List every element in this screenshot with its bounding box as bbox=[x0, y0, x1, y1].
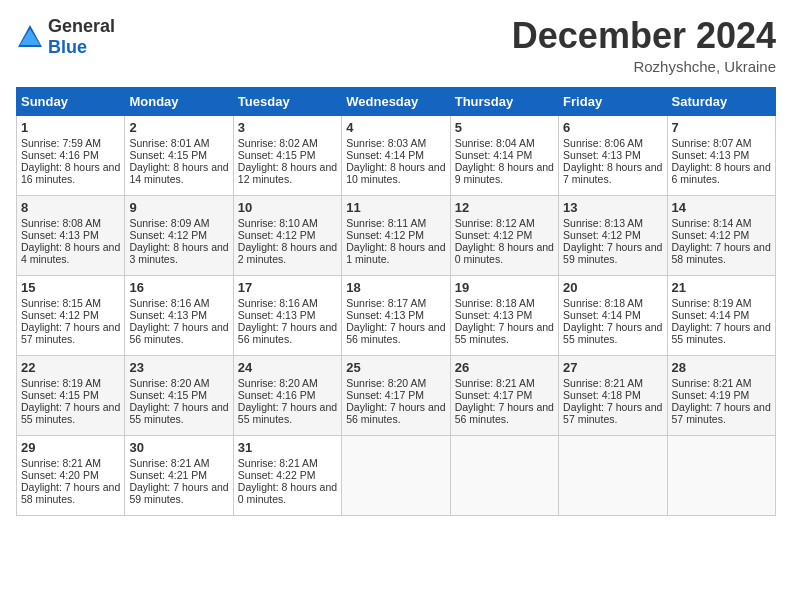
sunset-text: Sunset: 4:12 PM bbox=[129, 229, 207, 241]
sunrise-text: Sunrise: 8:12 AM bbox=[455, 217, 535, 229]
day-number: 29 bbox=[21, 440, 120, 455]
day-number: 27 bbox=[563, 360, 662, 375]
daylight-text: Daylight: 7 hours and 55 minutes. bbox=[672, 321, 771, 345]
calendar-cell: 14Sunrise: 8:14 AMSunset: 4:12 PMDayligh… bbox=[667, 195, 775, 275]
day-number: 5 bbox=[455, 120, 554, 135]
sunrise-text: Sunrise: 8:16 AM bbox=[129, 297, 209, 309]
calendar-week-row: 29Sunrise: 8:21 AMSunset: 4:20 PMDayligh… bbox=[17, 435, 776, 515]
header-thursday: Thursday bbox=[450, 87, 558, 115]
daylight-text: Daylight: 8 hours and 10 minutes. bbox=[346, 161, 445, 185]
sunrise-text: Sunrise: 8:21 AM bbox=[672, 377, 752, 389]
sunset-text: Sunset: 4:12 PM bbox=[455, 229, 533, 241]
day-number: 21 bbox=[672, 280, 771, 295]
sunset-text: Sunset: 4:12 PM bbox=[672, 229, 750, 241]
calendar-week-row: 8Sunrise: 8:08 AMSunset: 4:13 PMDaylight… bbox=[17, 195, 776, 275]
sunset-text: Sunset: 4:14 PM bbox=[672, 309, 750, 321]
sunset-text: Sunset: 4:13 PM bbox=[238, 309, 316, 321]
sunset-text: Sunset: 4:15 PM bbox=[21, 389, 99, 401]
day-number: 6 bbox=[563, 120, 662, 135]
sunset-text: Sunset: 4:12 PM bbox=[563, 229, 641, 241]
sunset-text: Sunset: 4:14 PM bbox=[455, 149, 533, 161]
day-number: 22 bbox=[21, 360, 120, 375]
sunrise-text: Sunrise: 8:11 AM bbox=[346, 217, 426, 229]
calendar-cell: 6Sunrise: 8:06 AMSunset: 4:13 PMDaylight… bbox=[559, 115, 667, 195]
sunrise-text: Sunrise: 8:19 AM bbox=[21, 377, 101, 389]
title-area: December 2024 Rozhyshche, Ukraine bbox=[512, 16, 776, 75]
day-number: 11 bbox=[346, 200, 445, 215]
sunset-text: Sunset: 4:14 PM bbox=[563, 309, 641, 321]
calendar-cell: 31Sunrise: 8:21 AMSunset: 4:22 PMDayligh… bbox=[233, 435, 341, 515]
calendar-cell: 7Sunrise: 8:07 AMSunset: 4:13 PMDaylight… bbox=[667, 115, 775, 195]
daylight-text: Daylight: 8 hours and 7 minutes. bbox=[563, 161, 662, 185]
daylight-text: Daylight: 8 hours and 0 minutes. bbox=[455, 241, 554, 265]
calendar-cell: 5Sunrise: 8:04 AMSunset: 4:14 PMDaylight… bbox=[450, 115, 558, 195]
sunset-text: Sunset: 4:12 PM bbox=[346, 229, 424, 241]
calendar-cell: 15Sunrise: 8:15 AMSunset: 4:12 PMDayligh… bbox=[17, 275, 125, 355]
sunrise-text: Sunrise: 8:18 AM bbox=[455, 297, 535, 309]
day-number: 8 bbox=[21, 200, 120, 215]
day-number: 25 bbox=[346, 360, 445, 375]
day-number: 2 bbox=[129, 120, 228, 135]
sunrise-text: Sunrise: 7:59 AM bbox=[21, 137, 101, 149]
sunset-text: Sunset: 4:13 PM bbox=[455, 309, 533, 321]
day-number: 9 bbox=[129, 200, 228, 215]
sunset-text: Sunset: 4:18 PM bbox=[563, 389, 641, 401]
sunrise-text: Sunrise: 8:20 AM bbox=[346, 377, 426, 389]
calendar-cell: 25Sunrise: 8:20 AMSunset: 4:17 PMDayligh… bbox=[342, 355, 450, 435]
calendar-cell: 12Sunrise: 8:12 AMSunset: 4:12 PMDayligh… bbox=[450, 195, 558, 275]
calendar-cell: 11Sunrise: 8:11 AMSunset: 4:12 PMDayligh… bbox=[342, 195, 450, 275]
day-number: 1 bbox=[21, 120, 120, 135]
day-number: 13 bbox=[563, 200, 662, 215]
calendar-cell: 4Sunrise: 8:03 AMSunset: 4:14 PMDaylight… bbox=[342, 115, 450, 195]
calendar-cell bbox=[450, 435, 558, 515]
calendar-cell: 19Sunrise: 8:18 AMSunset: 4:13 PMDayligh… bbox=[450, 275, 558, 355]
calendar-cell bbox=[559, 435, 667, 515]
day-number: 26 bbox=[455, 360, 554, 375]
calendar-table: Sunday Monday Tuesday Wednesday Thursday… bbox=[16, 87, 776, 516]
calendar-cell: 17Sunrise: 8:16 AMSunset: 4:13 PMDayligh… bbox=[233, 275, 341, 355]
daylight-text: Daylight: 7 hours and 57 minutes. bbox=[672, 401, 771, 425]
daylight-text: Daylight: 7 hours and 56 minutes. bbox=[346, 401, 445, 425]
sunset-text: Sunset: 4:13 PM bbox=[346, 309, 424, 321]
sunset-text: Sunset: 4:16 PM bbox=[21, 149, 99, 161]
weekday-header-row: Sunday Monday Tuesday Wednesday Thursday… bbox=[17, 87, 776, 115]
sunrise-text: Sunrise: 8:17 AM bbox=[346, 297, 426, 309]
daylight-text: Daylight: 7 hours and 56 minutes. bbox=[129, 321, 228, 345]
calendar-week-row: 15Sunrise: 8:15 AMSunset: 4:12 PMDayligh… bbox=[17, 275, 776, 355]
sunset-text: Sunset: 4:16 PM bbox=[238, 389, 316, 401]
daylight-text: Daylight: 7 hours and 58 minutes. bbox=[672, 241, 771, 265]
sunset-text: Sunset: 4:15 PM bbox=[238, 149, 316, 161]
sunrise-text: Sunrise: 8:21 AM bbox=[21, 457, 101, 469]
day-number: 14 bbox=[672, 200, 771, 215]
day-number: 4 bbox=[346, 120, 445, 135]
sunrise-text: Sunrise: 8:04 AM bbox=[455, 137, 535, 149]
sunrise-text: Sunrise: 8:10 AM bbox=[238, 217, 318, 229]
daylight-text: Daylight: 7 hours and 55 minutes. bbox=[129, 401, 228, 425]
daylight-text: Daylight: 7 hours and 59 minutes. bbox=[563, 241, 662, 265]
calendar-cell: 8Sunrise: 8:08 AMSunset: 4:13 PMDaylight… bbox=[17, 195, 125, 275]
calendar-cell bbox=[667, 435, 775, 515]
daylight-text: Daylight: 8 hours and 12 minutes. bbox=[238, 161, 337, 185]
day-number: 3 bbox=[238, 120, 337, 135]
calendar-cell: 27Sunrise: 8:21 AMSunset: 4:18 PMDayligh… bbox=[559, 355, 667, 435]
sunset-text: Sunset: 4:13 PM bbox=[129, 309, 207, 321]
sunset-text: Sunset: 4:17 PM bbox=[455, 389, 533, 401]
calendar-cell: 1Sunrise: 7:59 AMSunset: 4:16 PMDaylight… bbox=[17, 115, 125, 195]
sunrise-text: Sunrise: 8:02 AM bbox=[238, 137, 318, 149]
daylight-text: Daylight: 8 hours and 14 minutes. bbox=[129, 161, 228, 185]
sunrise-text: Sunrise: 8:21 AM bbox=[563, 377, 643, 389]
logo-general-text: General bbox=[48, 16, 115, 36]
calendar-cell: 21Sunrise: 8:19 AMSunset: 4:14 PMDayligh… bbox=[667, 275, 775, 355]
day-number: 30 bbox=[129, 440, 228, 455]
calendar-cell: 20Sunrise: 8:18 AMSunset: 4:14 PMDayligh… bbox=[559, 275, 667, 355]
calendar-cell: 3Sunrise: 8:02 AMSunset: 4:15 PMDaylight… bbox=[233, 115, 341, 195]
day-number: 19 bbox=[455, 280, 554, 295]
daylight-text: Daylight: 7 hours and 57 minutes. bbox=[563, 401, 662, 425]
sunrise-text: Sunrise: 8:13 AM bbox=[563, 217, 643, 229]
sunrise-text: Sunrise: 8:03 AM bbox=[346, 137, 426, 149]
daylight-text: Daylight: 7 hours and 55 minutes. bbox=[455, 321, 554, 345]
page-header: General Blue December 2024 Rozhyshche, U… bbox=[16, 16, 776, 75]
day-number: 23 bbox=[129, 360, 228, 375]
sunrise-text: Sunrise: 8:21 AM bbox=[129, 457, 209, 469]
header-tuesday: Tuesday bbox=[233, 87, 341, 115]
